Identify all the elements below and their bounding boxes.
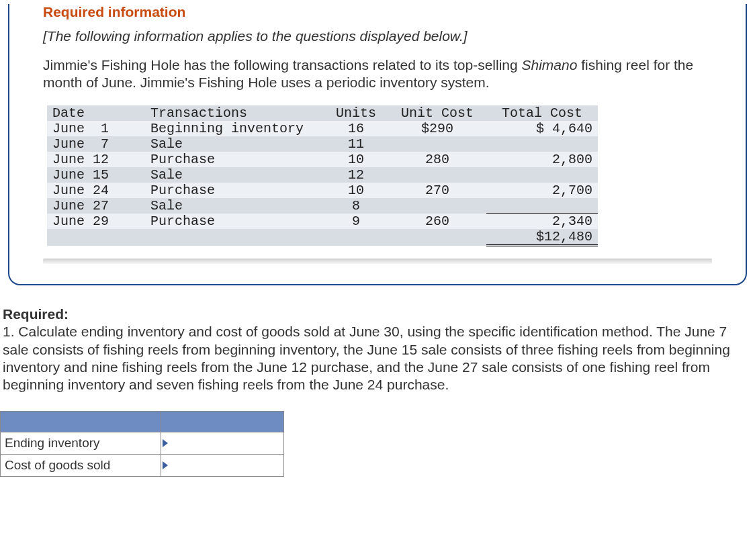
table-row: June 27Sale8 [47, 198, 598, 214]
required-section: Required: 1. Calculate ending inventory … [0, 306, 755, 393]
table-row: June 29Purchase92602,340 [47, 214, 598, 230]
answer-row-ending-inventory: Ending inventory [1, 432, 284, 455]
table-row: June 15Sale12 [47, 167, 598, 183]
cogs-input[interactable] [161, 455, 283, 476]
brand-name: Shimano [522, 57, 578, 73]
table-header-row: Date Transactions Units Unit Cost Total … [47, 105, 598, 121]
table-row: June 24Purchase102702,700 [47, 183, 598, 198]
required-information-title: Required information [43, 4, 712, 20]
problem-text-part1: Jimmie's Fishing Hole has the following … [43, 57, 522, 73]
answer-header-blank-1 [1, 412, 161, 432]
problem-text: Jimmie's Fishing Hole has the following … [43, 56, 712, 92]
dropdown-icon [163, 439, 168, 447]
cogs-label: Cost of goods sold [1, 455, 161, 477]
table-row: June 12Purchase102802,800 [47, 152, 598, 167]
col-total-cost: Total Cost [486, 105, 598, 121]
col-units: Units [324, 105, 388, 121]
scrollbar-hint [43, 259, 712, 264]
ending-inventory-input[interactable] [161, 432, 283, 454]
required-item-1: 1. Calculate ending inventory and cost o… [3, 324, 730, 392]
answer-row-cogs: Cost of goods sold [1, 455, 284, 477]
required-information-box: Required information [The following info… [8, 4, 747, 285]
total-cost-value: $12,480 [486, 229, 598, 246]
dropdown-icon [163, 461, 168, 469]
answer-header-row [1, 412, 284, 432]
transactions-table: Date Transactions Units Unit Cost Total … [47, 105, 598, 247]
answer-table: Ending inventory Cost of goods sold [0, 411, 284, 477]
transactions-table-wrap: Date Transactions Units Unit Cost Total … [47, 105, 712, 247]
required-heading: Required: [3, 306, 69, 322]
ending-inventory-label: Ending inventory [1, 432, 161, 455]
applies-note: [The following information applies to th… [43, 28, 712, 44]
table-row: June 1Beginning inventory16$290$ 4,640 [47, 121, 598, 136]
table-total-row: $12,480 [47, 229, 598, 246]
col-transactions: Transactions [145, 105, 324, 121]
table-row: June 7Sale11 [47, 136, 598, 152]
answer-header-blank-2 [161, 412, 284, 432]
cogs-cell[interactable] [161, 455, 284, 477]
col-date: Date [47, 105, 145, 121]
ending-inventory-cell[interactable] [161, 432, 284, 455]
col-unit-cost: Unit Cost [388, 105, 486, 121]
